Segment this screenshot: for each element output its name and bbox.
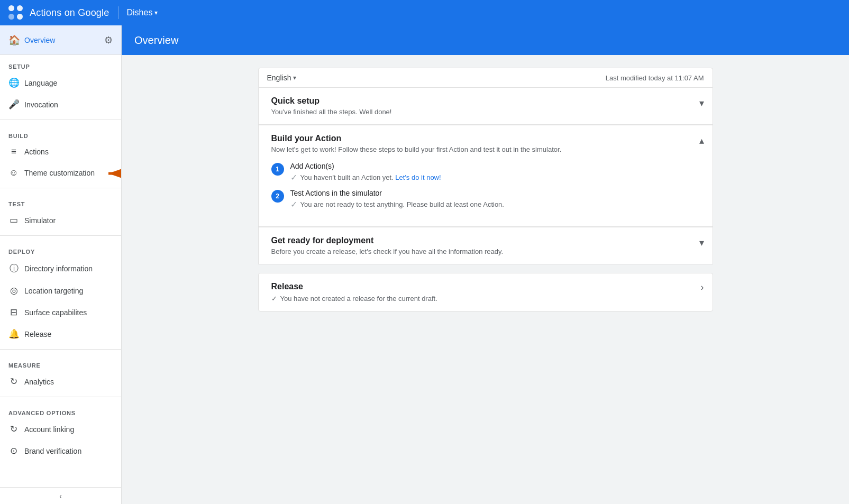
- step-1-row: 1 Add Action(s) ✓ You haven't built an A…: [271, 162, 700, 182]
- topbar-divider: [118, 6, 118, 19]
- divider-build-test: [0, 188, 121, 188]
- app-name: Actions on Google: [30, 7, 109, 19]
- collapse-icon: ‹: [59, 492, 62, 500]
- simulator-icon: ▭: [8, 215, 19, 226]
- language-icon: 🌐: [8, 77, 19, 88]
- account-linking-icon: ↻: [8, 424, 19, 435]
- divider-setup-build: [0, 120, 121, 120]
- release-title: Release: [271, 282, 437, 291]
- sidebar-item-surface[interactable]: ⊟ Surface capabilites: [0, 301, 121, 323]
- directory-icon: ⓘ: [8, 262, 19, 274]
- sidebar-overview-row[interactable]: 🏠 Overview ⚙: [0, 25, 121, 55]
- language-selector[interactable]: English ▾: [267, 74, 297, 82]
- sidebar-item-invocation[interactable]: 🎤 Invocation: [0, 94, 121, 115]
- sidebar-label-actions: Actions: [24, 148, 49, 156]
- release-text: Release ✓ You have not created a release…: [271, 282, 437, 303]
- topbar: Actions on Google Dishes ▾: [0, 0, 849, 25]
- release-icon: 🔔: [8, 328, 19, 340]
- sidebar-item-account-linking[interactable]: ↻ Account linking: [0, 418, 121, 440]
- sidebar-item-release[interactable]: 🔔 Release: [0, 323, 121, 345]
- release-card: Release ✓ You have not created a release…: [258, 273, 713, 311]
- deployment-title: Get ready for deployment: [271, 236, 504, 245]
- settings-icon[interactable]: ⚙: [100, 30, 117, 50]
- build-action-card: Build your Action Now let's get to work!…: [258, 125, 713, 227]
- quick-setup-card: Quick setup You've finished all the step…: [258, 88, 713, 125]
- logo-icon: [8, 5, 23, 20]
- build-action-title: Build your Action: [271, 134, 562, 143]
- sidebar-label-release: Release: [24, 330, 51, 338]
- quick-setup-toggle[interactable]: ▾: [699, 97, 704, 109]
- deployment-header[interactable]: Get ready for deployment Before you crea…: [259, 227, 713, 264]
- language-label: English: [267, 74, 291, 82]
- step-2-row: 2 Test Actions in the simulator ✓ You ar…: [271, 189, 700, 209]
- sidebar-item-directory[interactable]: ⓘ Directory information: [0, 257, 121, 280]
- step-1-content: Add Action(s) ✓ You haven't built an Act…: [290, 162, 700, 182]
- overview-left: 🏠 Overview: [8, 34, 55, 46]
- sidebar-item-actions[interactable]: ≡ Actions: [0, 141, 121, 162]
- section-header-setup: SETUP: [0, 55, 121, 72]
- analytics-icon: ↻: [8, 376, 19, 387]
- sidebar-label-location: Location targeting: [24, 287, 83, 295]
- step-2-check-icon: ✓: [290, 199, 297, 209]
- cards-wrapper: English ▾ Last modified today at 11:07 A…: [258, 68, 713, 311]
- brand-icon: ⊙: [8, 445, 19, 456]
- sidebar-label-surface: Surface capabilites: [24, 308, 87, 317]
- release-header[interactable]: Release ✓ You have not created a release…: [259, 273, 713, 311]
- build-action-text: Build your Action Now let's get to work!…: [271, 134, 562, 153]
- project-dropdown[interactable]: Dishes ▾: [127, 8, 158, 17]
- sidebar-label-invocation: Invocation: [24, 100, 58, 109]
- sidebar-item-simulator[interactable]: ▭ Simulator: [0, 209, 121, 231]
- section-header-measure: MEASURE: [0, 354, 121, 371]
- divider-deploy-measure: [0, 349, 121, 350]
- invocation-icon: 🎤: [8, 99, 19, 110]
- divider-measure-advanced: [0, 397, 121, 397]
- sidebar-label-language: Language: [24, 79, 57, 87]
- home-icon: 🏠: [8, 34, 20, 46]
- build-action-content: 1 Add Action(s) ✓ You haven't built an A…: [259, 162, 713, 226]
- step-1-title: Add Action(s): [290, 162, 700, 170]
- step-1-link[interactable]: Let's do it now!: [395, 173, 441, 181]
- theme-icon: ☺: [8, 168, 19, 178]
- step-2-content: Test Actions in the simulator ✓ You are …: [290, 189, 700, 209]
- build-action-header[interactable]: Build your Action Now let's get to work!…: [259, 125, 713, 162]
- actions-icon: ≡: [8, 146, 19, 157]
- sidebar-item-analytics[interactable]: ↻ Analytics: [0, 371, 121, 392]
- sidebar-label-brand: Brand verification: [24, 447, 81, 455]
- sidebar-item-language[interactable]: 🌐 Language: [0, 72, 121, 94]
- deployment-subtitle: Before you create a release, let's check…: [271, 248, 504, 255]
- step-2-desc: ✓ You are not ready to test anything. Pl…: [290, 199, 700, 209]
- deployment-text: Get ready for deployment Before you crea…: [271, 236, 504, 255]
- language-bar: English ▾ Last modified today at 11:07 A…: [258, 68, 713, 88]
- content-area: Overview English ▾ Last modified today a…: [122, 25, 849, 504]
- sidebar-item-theme[interactable]: ☺ Theme customization: [0, 162, 121, 184]
- release-arrow-icon: ›: [701, 282, 704, 293]
- sidebar: 🏠 Overview ⚙ SETUP 🌐 Language 🎤 Invocati…: [0, 25, 122, 504]
- sidebar-collapse-button[interactable]: ‹: [0, 487, 121, 504]
- section-header-test: TEST: [0, 193, 121, 209]
- release-desc: ✓ You have not created a release for the…: [271, 295, 437, 303]
- step-1-badge: 1: [271, 163, 284, 176]
- language-dropdown-arrow: ▾: [293, 74, 296, 81]
- quick-setup-subtitle: You've finished all the steps. Well done…: [271, 108, 392, 116]
- content-header: Overview: [122, 25, 849, 55]
- surface-icon: ⊟: [8, 307, 19, 318]
- last-modified-text: Last modified today at 11:07 AM: [606, 74, 704, 82]
- quick-setup-header[interactable]: Quick setup You've finished all the step…: [259, 88, 713, 124]
- sidebar-label-directory: Directory information: [24, 264, 93, 273]
- step-1-desc: ✓ You haven't built an Action yet. Let's…: [290, 172, 700, 182]
- sidebar-label-simulator: Simulator: [24, 216, 56, 225]
- quick-setup-title: Quick setup: [271, 96, 392, 106]
- sidebar-label-account-linking: Account linking: [24, 425, 74, 434]
- sidebar-item-brand-verification[interactable]: ⊙ Brand verification: [0, 440, 121, 462]
- release-check-icon: ✓: [271, 295, 277, 303]
- section-header-build: BUILD: [0, 124, 121, 141]
- main-layout: 🏠 Overview ⚙ SETUP 🌐 Language 🎤 Invocati…: [0, 25, 849, 504]
- step-2-badge: 2: [271, 190, 284, 203]
- sidebar-label-analytics: Analytics: [24, 378, 54, 386]
- deployment-toggle[interactable]: ▾: [699, 237, 704, 249]
- sidebar-item-location[interactable]: ◎ Location targeting: [0, 280, 121, 301]
- step-2-description: You are not ready to test anything. Plea…: [300, 200, 504, 208]
- location-icon: ◎: [8, 285, 19, 296]
- build-action-toggle[interactable]: ▴: [699, 135, 704, 146]
- content-body: English ▾ Last modified today at 11:07 A…: [122, 55, 849, 504]
